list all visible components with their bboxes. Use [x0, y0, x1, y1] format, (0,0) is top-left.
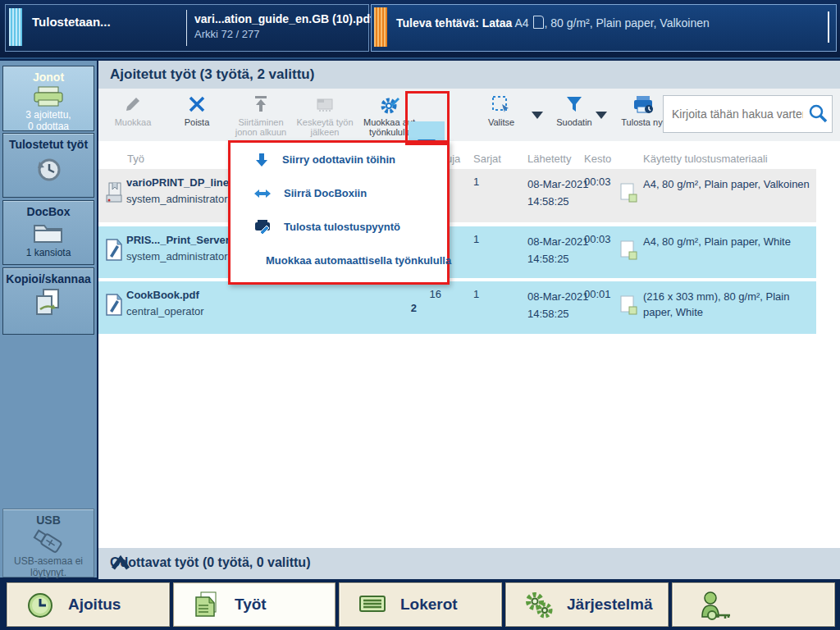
tab-jobs[interactable]: Työt	[173, 582, 336, 627]
suspend-icon	[294, 94, 356, 116]
status-topbar: Tulostetaan... vari...ation_guide_en.GB …	[0, 0, 840, 59]
next-task-media: A4	[514, 16, 528, 30]
select-button[interactable]: Valitse	[475, 92, 527, 138]
move-to-top-button[interactable]: Siirtäminen jonon alkuun	[230, 92, 292, 138]
operator-key-icon	[697, 591, 733, 625]
column-sent[interactable]: Lähetetty	[527, 153, 572, 165]
printer-ui-screen: Tulostetaan... vari...ation_guide_en.GB …	[0, 0, 840, 630]
sidebar: Jonot 3 ajoitettu, 0 odottaa Tulostetut …	[0, 61, 98, 578]
sidebar-docbox-status: 1 kansiota	[3, 247, 94, 258]
table-row-1[interactable]: varioPRINT_DP_line_G system_administrato…	[98, 169, 816, 222]
delete-x-icon	[166, 94, 228, 116]
sidebar-usb-label: USB	[3, 514, 94, 527]
select-caret-icon[interactable]	[532, 112, 543, 119]
funnel-icon	[549, 94, 600, 116]
job-owner: central_operator	[126, 305, 204, 317]
sidebar-docbox-label: DocBox	[3, 205, 94, 218]
next-task-label: Tuleva tehtävä: Lataa	[396, 16, 512, 30]
job-name: PRIS..._Print_Server_A	[126, 234, 243, 246]
tab-trays[interactable]: Lokerot	[339, 582, 502, 627]
job-sent: 08-Mar-202114:58:25	[527, 176, 588, 210]
suspend-after-job-button[interactable]: Keskeytä työn jälkeen	[294, 92, 356, 138]
usb-stick-icon	[31, 529, 66, 554]
job-name: varioPRINT_DP_line_G	[126, 176, 243, 189]
search-icon[interactable]	[807, 103, 829, 128]
bottom-tabbar: Ajoitus Työt Lokerot Järjestelmä	[0, 579, 840, 630]
sidebar-item-usb[interactable]: USB USB-asemaa ei löytynyt.	[2, 509, 94, 578]
tab-system[interactable]: Järjestelmä	[505, 582, 669, 627]
sidebar-queues-label: Jonot	[3, 71, 94, 84]
job-pages: 16	[394, 288, 441, 300]
current-job-panel: Tulostetaan... vari...ation_guide_en.GB …	[5, 4, 369, 52]
delete-button[interactable]: Poista	[166, 92, 228, 138]
pdf-job-icon	[104, 293, 124, 321]
menu-item-print-ticket[interactable]: Tulosta tulostuspyyntö	[231, 210, 447, 244]
search-input[interactable]	[670, 98, 805, 130]
gears-icon	[524, 591, 555, 623]
media-icon	[619, 182, 640, 207]
job-sets: 1	[473, 176, 479, 188]
menu-item-move-to-waiting[interactable]: Siirry odottaviin töihin	[231, 143, 447, 176]
job-sets: 1	[473, 288, 479, 300]
edit-button[interactable]: Muokkaa	[102, 92, 164, 138]
sidebar-item-printed-jobs[interactable]: Tulostetut työt	[2, 133, 94, 198]
next-task-text: Tuleva tehtävä: Lataa A4 , 80 g/m², Plai…	[396, 14, 710, 30]
scheduled-jobs-header: Ajoitetut työt (3 työtä, 2 valittu)	[98, 61, 840, 89]
tab-schedule[interactable]: Ajoitus	[7, 582, 170, 627]
clock-icon	[25, 591, 55, 623]
column-job[interactable]: Työ	[127, 153, 144, 165]
media-icon	[619, 240, 640, 264]
job-sets: 1	[473, 233, 479, 245]
job-sent: 08-Mar-202114:58:25	[527, 288, 588, 322]
chevron-up-icon[interactable]	[110, 555, 822, 576]
folder-icon	[31, 221, 66, 245]
printer-icon	[32, 86, 65, 107]
printing-progress-stripes-icon	[9, 8, 22, 46]
jobs-document-icon	[192, 591, 220, 623]
sidebar-item-queues[interactable]: Jonot 3 ajoitettu, 0 odottaa	[2, 66, 94, 131]
column-media[interactable]: Käytetty tulostusmateriaali	[643, 153, 768, 165]
sidebar-item-copy-scan[interactable]: Kopioi/skannaa	[2, 267, 94, 335]
table-row-2[interactable]: PRIS..._Print_Server_A system_administra…	[98, 226, 816, 278]
sheet-progress: Arkki 72 / 277	[194, 28, 260, 40]
job-duration: 00:01	[584, 288, 611, 300]
job-pages-secondary: 2	[369, 302, 417, 314]
column-sets[interactable]: Sarjat	[473, 153, 501, 165]
menu-item-edit-auto-workflow[interactable]: Muokkaa automaattisella työnkululla	[231, 244, 447, 277]
waiting-jobs-bar[interactable]: Odottavat työt (0 työtä, 0 valittu)	[98, 548, 840, 579]
sidebar-copyscan-label: Kopioi/skannaa	[3, 272, 94, 285]
media-icon	[619, 294, 640, 319]
search-box	[663, 95, 833, 133]
main-panel: Ajoitetut työt (3 työtä, 2 valittu) Muok…	[98, 61, 840, 579]
filter-caret-icon[interactable]	[596, 112, 607, 119]
table-row-3[interactable]: CookBook.pdf central_operator 16 2 1 08-…	[98, 281, 816, 334]
job-owner: system_administrator	[126, 250, 228, 262]
job-media: A4, 80 g/m², Plain paper, Valkoinen	[643, 176, 811, 192]
sidebar-printed-label: Tulostetut työt	[3, 138, 94, 151]
toolbar: Muokkaa Poista Siirtäminen jonon alkuun …	[98, 89, 840, 141]
job-media: (216 x 303 mm), 80 g/m², Plain paper, Wh…	[643, 289, 811, 320]
current-job-filename: vari...ation_guide_en.GB (10).pdf	[194, 12, 374, 25]
sidebar-item-docbox[interactable]: DocBox 1 kansiota	[2, 200, 94, 265]
job-owner: system_administrator	[126, 193, 228, 205]
text-cursor	[828, 11, 829, 43]
sidebar-queues-status: 3 ajoitettu, 0 odottaa	[3, 109, 94, 132]
job-duration: 00:03	[584, 176, 611, 188]
divider	[186, 10, 187, 46]
gear-pencil-icon	[358, 94, 423, 116]
select-marquee-icon	[475, 94, 527, 116]
menu-item-move-to-docbox[interactable]: Siirrä DocBoxiin	[231, 176, 447, 210]
printing-status-text: Tulostetaan...	[32, 15, 111, 29]
page-title: Ajoitetut työt (3 työtä, 2 valittu)	[110, 66, 314, 83]
history-icon	[33, 153, 64, 185]
column-duration[interactable]: Kesto	[584, 153, 611, 165]
more-actions-menu: Siirry odottaviin töihin Siirrä DocBoxii…	[228, 140, 450, 285]
job-duration: 00:03	[584, 233, 611, 245]
tab-login[interactable]	[672, 582, 835, 627]
next-task-stripes-icon	[374, 7, 387, 47]
double-arrow-icon	[253, 187, 272, 200]
paper-icon	[533, 16, 544, 29]
booklet-job-icon	[104, 180, 126, 208]
sidebar-usb-status: USB-asemaa ei löytynyt.	[9, 555, 88, 578]
filter-button[interactable]: Suodatin	[549, 92, 600, 138]
